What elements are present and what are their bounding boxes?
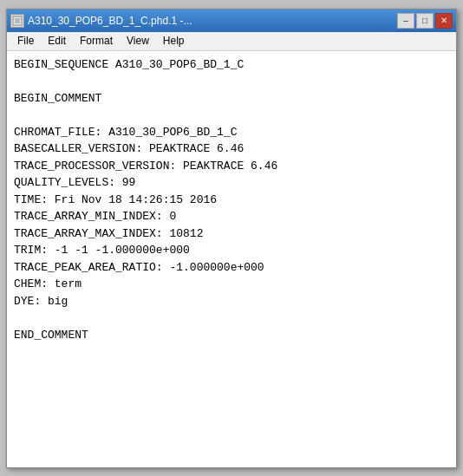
content-area: BEGIN_SEQUENCE A310_30_POP6_BD_1_C BEGIN… [7, 51, 456, 467]
menu-edit[interactable]: Edit [41, 33, 73, 49]
menu-bar: File Edit Format View Help [7, 32, 456, 51]
menu-file[interactable]: File [10, 33, 41, 49]
menu-help[interactable]: Help [156, 33, 192, 49]
title-bar: A310_30_POP6_BD_1_C.phd.1 -... – □ ✕ [7, 10, 456, 32]
maximize-button[interactable]: □ [416, 13, 434, 29]
text-editor[interactable]: BEGIN_SEQUENCE A310_30_POP6_BD_1_C BEGIN… [7, 51, 456, 467]
menu-format[interactable]: Format [73, 33, 120, 49]
menu-view[interactable]: View [120, 33, 156, 49]
window-icon [10, 14, 24, 28]
main-window: A310_30_POP6_BD_1_C.phd.1 -... – □ ✕ Fil… [6, 9, 457, 468]
window-controls: – □ ✕ [397, 13, 453, 29]
window-title: A310_30_POP6_BD_1_C.phd.1 -... [28, 15, 394, 27]
close-button[interactable]: ✕ [435, 13, 453, 29]
minimize-button[interactable]: – [397, 13, 414, 29]
